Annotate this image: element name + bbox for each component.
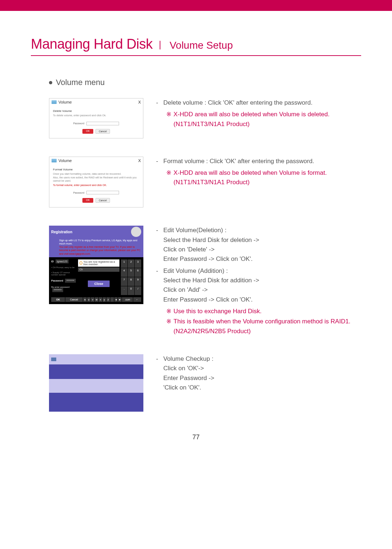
- reference-mark-icon: ※: [166, 307, 171, 316]
- id-value: lgnas123: [56, 259, 69, 263]
- id-label: ID: [51, 260, 54, 263]
- dialog-section-title: Format Volume: [53, 168, 139, 171]
- desc-text: Edit Volume (Addition) :: [163, 267, 228, 274]
- dialog-section-desc: Also, the users now added, the RAID will…: [53, 176, 139, 183]
- volume-bar: [49, 379, 143, 393]
- top-brand-bar: [0, 0, 392, 11]
- cancel-button[interactable]: Cancel: [65, 297, 83, 302]
- ok-button[interactable]: OK: [82, 198, 93, 203]
- desc-text: Delete volume : Click 'OK' after enterin…: [163, 98, 313, 108]
- password-value: ********: [65, 279, 76, 283]
- screenshot-delete-volume: Volume X Delete Volume To delete volume,…: [49, 98, 143, 138]
- page-number: 77: [31, 433, 361, 441]
- page-title-sub: Volume Setup: [170, 40, 233, 51]
- ch-button[interactable]: Ch: [78, 267, 119, 272]
- desc-text: Enter Password -> Click on 'OK'.: [163, 296, 253, 303]
- row-delete-volume: Volume X Delete Volume To delete volume,…: [49, 98, 361, 138]
- keyboard-bottom-row[interactable]: OK Cancel a u v w x y z - ◄ ► .com ←: [49, 297, 143, 304]
- desc-note-text: X-HDD area will also be deleted when Vol…: [173, 110, 361, 129]
- cancel-button[interactable]: Cancel: [95, 129, 110, 134]
- ok-button[interactable]: OK: [82, 129, 93, 134]
- desc-text: Click on 'Add' ->: [163, 286, 208, 293]
- desc-text: Edit Volume(Deletion) :: [163, 227, 226, 234]
- password-input[interactable]: [86, 122, 119, 125]
- page-title-row: Managing Hard Disk ㅣ Volume Setup: [31, 36, 361, 56]
- volume-icon: [51, 358, 56, 361]
- ok-button[interactable]: OK: [51, 297, 65, 302]
- info-icon: i: [79, 261, 82, 265]
- desc-text: Enter Password ->: [163, 375, 214, 382]
- dialog-title: Volume: [58, 158, 72, 163]
- section-heading: Volume menu: [49, 78, 361, 87]
- desc-format-volume: -Format volume : Click 'OK' after enteri…: [156, 157, 361, 187]
- registration-title: Registration: [51, 230, 72, 234]
- page-content: Managing Hard Disk ㅣ Volume Setup Volume…: [0, 11, 392, 456]
- reference-mark-icon: ※: [166, 317, 171, 336]
- desc-volume-checkup: - Volume Checkup : Click on 'OK'-> Enter…: [156, 354, 361, 395]
- screenshot-volume-checkup: [49, 354, 143, 412]
- dialog-title: Volume: [58, 100, 72, 104]
- desc-note-text: This is feasible when the Volume configu…: [173, 317, 361, 336]
- section-label: Volume menu: [56, 78, 105, 87]
- desc-delete-volume: -Delete volume : Click 'OK' after enteri…: [156, 98, 361, 129]
- desc-text: Format volume : Click 'OK' after enterin…: [163, 157, 314, 166]
- backspace-icon[interactable]: ←: [133, 297, 141, 302]
- dialog-section-desc: Once you start formatting volume, data c…: [53, 172, 139, 176]
- numeric-keypad[interactable]: 123 456 789 .0/: [121, 259, 141, 295]
- desc-note-text: Use this to exchange Hard Disk.: [173, 307, 262, 316]
- dialog-section-title: Delete Volume: [53, 109, 139, 113]
- desc-text: Click on 'OK'->: [163, 365, 204, 372]
- reference-mark-icon: ※: [166, 110, 171, 129]
- registration-info: Sign up with LG TV to enjoy Premium serv…: [49, 238, 143, 257]
- volume-bar: [49, 354, 143, 364]
- title-separator: ㅣ: [155, 40, 165, 51]
- desc-text: 'Click on 'OK'.: [163, 384, 201, 391]
- cancel-button[interactable]: Cancel: [95, 198, 110, 203]
- volume-bar: [49, 393, 143, 412]
- page-title-main: Managing Hard Disk: [31, 36, 152, 52]
- dialog-section-warning: To format volume, enter password and cli…: [53, 184, 139, 186]
- registration-message: iYou are now registered as a free member…: [78, 259, 119, 267]
- desc-text: Select the Hard Disk for deletion ->: [163, 237, 259, 243]
- password-input[interactable]: [86, 191, 119, 194]
- reference-mark-icon: ※: [166, 168, 171, 187]
- desc-text: Enter Password -> Click on 'OK'.: [163, 255, 253, 262]
- row-edit-volume: Registration Sign up with LG TV to enjoy…: [49, 226, 361, 336]
- screenshot-registration: Registration Sign up with LG TV to enjoy…: [49, 226, 143, 304]
- desc-text: Select the Hard Disk for addition ->: [163, 277, 259, 284]
- password-label: Password: [73, 191, 85, 194]
- desc-edit-volume: - Edit Volume(Deletion) : Select the Har…: [156, 226, 361, 336]
- desc-text: Click on 'Delete' ->: [163, 246, 215, 253]
- avatar-icon: [131, 227, 141, 237]
- reenter-password-value: ********: [52, 288, 63, 292]
- row-format-volume: Volume X Format Volume Once you start fo…: [49, 157, 361, 207]
- desc-note-text: X-HDD area will also be deleted when Vol…: [173, 168, 361, 187]
- bullet-icon: [49, 81, 52, 84]
- dialog-section-desc: To delete volume, enter password and cli…: [53, 114, 139, 117]
- close-button[interactable]: Close: [88, 280, 110, 287]
- volume-bar: [49, 364, 143, 379]
- close-icon[interactable]: X: [138, 158, 141, 163]
- volume-icon: [52, 159, 57, 162]
- password-label: Password: [51, 279, 63, 282]
- volume-icon: [52, 100, 57, 104]
- password-label: Password: [73, 122, 85, 125]
- close-icon[interactable]: X: [138, 100, 141, 104]
- row-volume-checkup: - Volume Checkup : Click on 'OK'-> Enter…: [49, 354, 361, 412]
- screenshot-format-volume: Volume X Format Volume Once you start fo…: [49, 157, 143, 207]
- desc-text: Volume Checkup :: [163, 355, 213, 362]
